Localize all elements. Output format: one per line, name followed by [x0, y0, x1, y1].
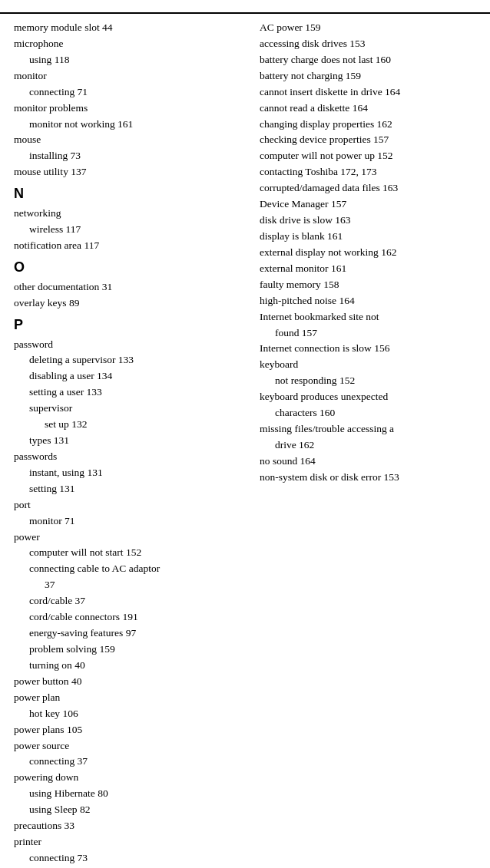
index-entry-main: notification area 117 — [14, 238, 237, 254]
index-entry-main: port — [14, 497, 237, 513]
index-entry-main: monitor problems — [14, 101, 237, 117]
index-entry-sub: checking device properties 157 — [244, 132, 476, 148]
index-entry-subsub: drive 162 — [244, 437, 476, 454]
index-entry-sub: using 118 — [14, 52, 237, 68]
index-entry-sub: no sound 164 — [244, 454, 476, 470]
index-entry-main: printer — [14, 834, 237, 850]
index-entry-main: mouse utility 137 — [14, 164, 237, 180]
index-entry-sub: cannot read a diskette 164 — [244, 101, 476, 117]
index-entry-sub: battery not charging 159 — [244, 68, 476, 84]
index-entry-main: overlay keys 89 — [14, 295, 237, 312]
index-entry-sub: instant, using 131 — [14, 465, 237, 481]
index-entry-subsub: not responding 152 — [244, 373, 476, 389]
index-entry-sub: Internet bookmarked site not — [244, 309, 476, 325]
right-column: AC power 159accessing disk drives 153bat… — [244, 20, 476, 868]
index-entry-subsub: set up 132 — [14, 417, 237, 433]
index-entry-sub: external display not working 162 — [244, 245, 476, 261]
index-entry-sub: using Sleep 82 — [14, 802, 237, 818]
index-entry-main: precautions 33 — [14, 818, 237, 834]
index-entry-sub: battery charge does not last 160 — [244, 52, 476, 68]
index-entry-main: monitor — [14, 68, 237, 84]
index-entry-sub: deleting a supervisor 133 — [14, 352, 237, 368]
index-entry-main: other documentation 31 — [14, 279, 237, 295]
index-entry-sub: turning on 40 — [14, 658, 237, 674]
index-entry-main: power plans 105 — [14, 722, 237, 738]
index-entry-sub: display is blank 161 — [244, 229, 476, 245]
index-entry-sub: missing files/trouble accessing a — [244, 421, 476, 437]
index-entry-sub: faulty memory 158 — [244, 277, 476, 293]
index-entry-sub: installing 73 — [14, 148, 237, 164]
index-entry-sub: hot key 106 — [14, 706, 237, 722]
index-entry-sub: cord/cable 37 — [14, 593, 237, 609]
index-entry-main: power source — [14, 738, 237, 754]
section-letter: O — [14, 257, 237, 279]
index-entry-sub: cannot insert diskette in drive 164 — [244, 84, 476, 101]
index-entry-sub: connecting 71 — [14, 84, 237, 101]
index-entry-sub: AC power 159 — [244, 20, 476, 36]
index-entry-subsub: characters 160 — [244, 405, 476, 421]
index-entry-sub: external monitor 161 — [244, 261, 476, 277]
index-entry-sub: wireless 117 — [14, 222, 237, 238]
index-entry-sub: accessing disk drives 153 — [244, 36, 476, 52]
index-entry-main: powering down — [14, 770, 237, 786]
index-entry-main: power plan — [14, 690, 237, 706]
index-entry-sub: corrupted/damaged data files 163 — [244, 180, 476, 196]
index-entry-main: power — [14, 530, 237, 546]
index-entry-sub: monitor 71 — [14, 513, 237, 530]
index-entry-sub: changing display properties 162 — [244, 117, 476, 133]
index-entry-sub: non-system disk or disk error 153 — [244, 470, 476, 486]
index-entry-sub: Internet connection is slow 156 — [244, 341, 476, 357]
index-entry-main: memory module slot 44 — [14, 20, 237, 36]
content-area: memory module slot 44microphoneusing 118… — [0, 20, 490, 868]
index-entry-main: passwords — [14, 449, 237, 465]
section-letter: P — [14, 315, 237, 336]
index-entry-subsub: found 157 — [244, 325, 476, 342]
index-entry-main: password — [14, 337, 237, 353]
index-entry-sub: disk drive is slow 163 — [244, 213, 476, 229]
index-entry-sub: computer will not power up 152 — [244, 148, 476, 164]
page-header — [0, 0, 490, 14]
index-entry-sub: setting 131 — [14, 481, 237, 497]
left-column: memory module slot 44microphoneusing 118… — [14, 20, 237, 868]
index-entry-sub: types 131 — [14, 433, 237, 449]
index-entry-sub: supervisor — [14, 401, 237, 417]
index-entry-subsub: 37 — [14, 577, 237, 593]
index-entry-main: networking — [14, 206, 237, 222]
index-entry-main: power button 40 — [14, 674, 237, 690]
index-entry-sub: monitor not working 161 — [14, 117, 237, 133]
section-letter: N — [14, 183, 237, 205]
index-entry-sub: connecting 73 — [14, 850, 237, 866]
index-entry-sub: high-pitched noise 164 — [244, 293, 476, 309]
index-entry-sub: problem solving 159 — [14, 642, 237, 658]
index-entry-sub: Device Manager 157 — [244, 196, 476, 213]
index-entry-sub: keyboard — [244, 357, 476, 373]
index-entry-sub: keyboard produces unexpected — [244, 389, 476, 405]
index-entry-sub: contacting Toshiba 172, 173 — [244, 164, 476, 180]
index-entry-sub: setting a user 133 — [14, 384, 237, 401]
index-entry-main: microphone — [14, 36, 237, 52]
index-entry-sub: disabling a user 134 — [14, 368, 237, 384]
index-entry-sub: connecting cable to AC adaptor — [14, 561, 237, 577]
index-entry-sub: energy-saving features 97 — [14, 625, 237, 642]
index-entry-main: mouse — [14, 132, 237, 148]
index-entry-sub: cord/cable connectors 191 — [14, 609, 237, 625]
index-entry-sub: computer will not start 152 — [14, 545, 237, 561]
index-entry-sub: connecting 37 — [14, 754, 237, 770]
index-entry-sub: using Hibernate 80 — [14, 786, 237, 802]
